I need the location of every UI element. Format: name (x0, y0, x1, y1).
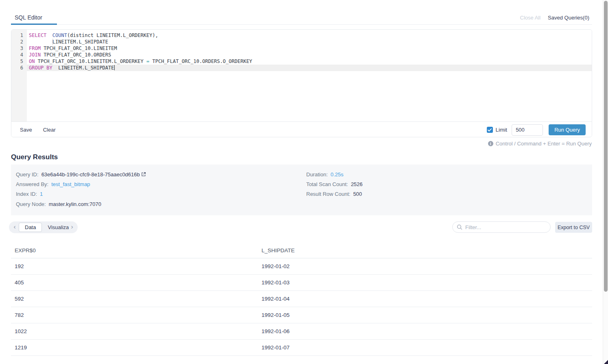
scrollbar-thumb[interactable] (604, 1, 608, 292)
code-line[interactable]: 5ON TPCH_FLAT_ORC_10.LINEITEM.L_ORDERKEY… (11, 58, 592, 65)
indent-guide-line (52, 39, 53, 45)
resize-corner (604, 360, 608, 364)
meta-left-column: Query ID:63e6a44b-199c-cfc9-8e18-75aaec0… (16, 169, 146, 209)
filter-box (452, 221, 551, 233)
meta-value[interactable]: 0.25s (331, 171, 344, 178)
meta-row: Query Node:master.kylin.com:7070 (16, 199, 146, 209)
column-header: EXPR$0 (11, 243, 258, 258)
code-text: JOIN TPCH_FLAT_ORC_10.ORDERS (27, 52, 592, 58)
limit-label: Limit (496, 127, 508, 133)
table-row: 5921992-01-04 (11, 290, 592, 307)
table-cell: 405 (11, 274, 258, 290)
export-csv-button[interactable]: Export to CSV (555, 222, 592, 233)
external-link-icon[interactable] (141, 172, 146, 177)
code-line[interactable]: 1SELECT COUNT(distinct LINEITEM.L_ORDERK… (11, 32, 592, 39)
table-cell: 1219 (11, 339, 258, 355)
code-editor[interactable]: 1SELECT COUNT(distinct LINEITEM.L_ORDERK… (11, 30, 592, 121)
run-query-button[interactable]: Run Query (549, 124, 586, 135)
results-table: EXPR$0L_SHIPDATE 1921992-01-024051992-01… (11, 243, 592, 356)
meta-value: 63e6a44b-199c-cfc9-8e18-75aaec0d616b (41, 171, 140, 178)
tab-sql-editor[interactable]: SQL Editor (15, 14, 42, 21)
meta-value[interactable]: test_fast_bitmap (51, 181, 90, 187)
meta-row: Answered By:test_fast_bitmap (16, 179, 146, 189)
meta-label: Query ID: (16, 171, 39, 178)
meta-label: Index ID: (16, 191, 37, 197)
filter-input[interactable] (465, 224, 550, 230)
tabs-prev-icon[interactable]: ‹ (12, 224, 17, 230)
meta-label: Duration: (306, 171, 328, 178)
code-text: SELECT COUNT(distinct LINEITEM.L_ORDERKE… (27, 32, 592, 39)
table-cell: 1992-01-04 (258, 290, 592, 307)
code-line[interactable]: 4JOIN TPCH_FLAT_ORC_10.ORDERS (11, 52, 592, 58)
search-icon (457, 224, 462, 230)
meta-right-column: Duration:0.25sTotal Scan Count:2526Resul… (306, 169, 363, 199)
editor-toolbar: Save Clear Limit Run Query (11, 121, 592, 137)
info-icon: i (488, 141, 493, 146)
meta-label: Answered By: (16, 181, 48, 187)
line-number: 6 (11, 65, 27, 71)
code-line[interactable]: 6GROUP BY LINEITEM.L_SHIPDATE (11, 65, 592, 71)
run-query-hint: i Control / Command + Enter = Run Query (488, 141, 592, 147)
table-cell: 1992-01-02 (258, 258, 592, 274)
meta-row: Duration:0.25s (306, 169, 363, 179)
line-number: 2 (11, 39, 27, 45)
table-row: 12191992-01-07 (11, 339, 592, 355)
limit-checkbox[interactable] (487, 127, 493, 133)
meta-label: Total Scan Count: (306, 181, 348, 187)
editor-lines: 1SELECT COUNT(distinct LINEITEM.L_ORDERK… (11, 32, 592, 71)
table-cell: 592 (11, 290, 258, 307)
results-tabs: ‹ Data Visualiza › (9, 221, 78, 233)
code-text: LINEITEM.L_SHIPDATE (27, 39, 592, 45)
code-text: ON TPCH_FLAT_ORC_10.LINEITEM.L_ORDERKEY … (27, 58, 592, 65)
line-number: 5 (11, 58, 27, 65)
table-cell: 1992-01-06 (258, 323, 592, 339)
table-cell: 192 (11, 258, 258, 274)
table-header-row: EXPR$0L_SHIPDATE (11, 243, 592, 258)
line-number: 4 (11, 52, 27, 58)
column-header: L_SHIPDATE (258, 243, 592, 258)
query-results-title: Query Results (11, 153, 58, 161)
table-row: 10221992-01-06 (11, 323, 592, 339)
vertical-scrollbar[interactable] (603, 0, 608, 364)
sql-editor-panel: 1SELECT COUNT(distinct LINEITEM.L_ORDERK… (11, 29, 592, 137)
save-button[interactable]: Save (20, 127, 32, 133)
limit-input[interactable] (512, 124, 543, 136)
line-number: 1 (11, 32, 27, 39)
meta-label: Result Row Count: (306, 191, 350, 197)
hint-text: Control / Command + Enter = Run Query (496, 141, 592, 147)
line-number: 3 (11, 45, 27, 52)
table-cell: 1992-01-05 (258, 307, 592, 323)
active-tab-underline (11, 24, 57, 25)
text-cursor (114, 65, 115, 70)
table-cell: 782 (11, 307, 258, 323)
meta-row: Total Scan Count:2526 (306, 179, 363, 189)
meta-value: 2526 (351, 181, 363, 187)
code-text: GROUP BY LINEITEM.L_SHIPDATE (27, 65, 592, 71)
tabbar-divider (11, 24, 592, 25)
close-all-button[interactable]: Close All (520, 15, 541, 21)
code-line[interactable]: 3FROM TPCH_FLAT_ORC_10.LINEITEM (11, 45, 592, 52)
table-row: 4051992-01-03 (11, 274, 592, 290)
table-row: 1921992-01-02 (11, 258, 592, 274)
code-line[interactable]: 2 LINEITEM.L_SHIPDATE (11, 39, 592, 45)
table-cell: 1992-01-03 (258, 274, 592, 290)
meta-label: Query Node: (16, 201, 46, 207)
saved-queries-button[interactable]: Saved Queries(0) (548, 15, 589, 21)
checkmark-icon (488, 128, 492, 132)
table-cell: 1022 (11, 323, 258, 339)
meta-row: Index ID:1 (16, 189, 146, 199)
meta-row: Result Row Count:500 (306, 189, 363, 199)
meta-value[interactable]: 1 (40, 191, 43, 197)
query-meta-panel: Query ID:63e6a44b-199c-cfc9-8e18-75aaec0… (11, 165, 592, 215)
clear-button[interactable]: Clear (43, 127, 56, 133)
table-cell: 1992-01-07 (258, 339, 592, 355)
table-row: 7821992-01-05 (11, 307, 592, 323)
tabbar-actions: Close All Saved Queries(0) (520, 15, 589, 21)
meta-row: Query ID:63e6a44b-199c-cfc9-8e18-75aaec0… (16, 169, 146, 179)
tab-visualization[interactable]: Visualiza (48, 224, 69, 230)
meta-value: master.kylin.com:7070 (49, 201, 101, 207)
tabs-next-icon[interactable]: › (70, 224, 74, 230)
tab-data[interactable]: Data (19, 223, 42, 232)
table-body: 1921992-01-024051992-01-035921992-01-047… (11, 258, 592, 355)
meta-value: 500 (353, 191, 362, 197)
